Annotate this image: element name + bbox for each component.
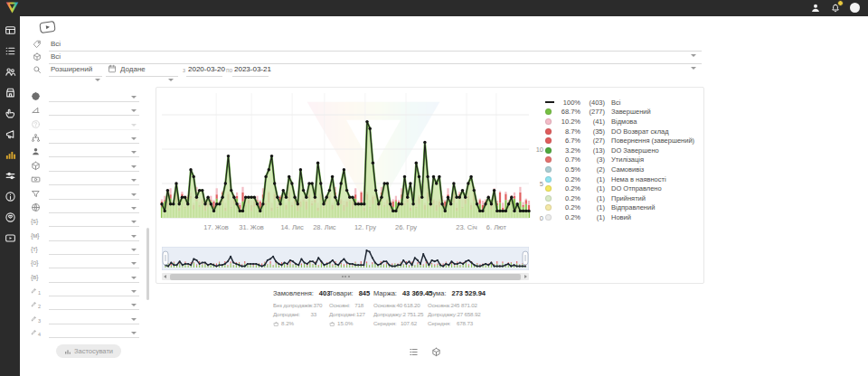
filter-select-brace-m[interactable]: [49, 230, 139, 241]
user-icon[interactable]: [810, 3, 821, 14]
legend-item[interactable]: 0.7%(3)Утилізація: [545, 155, 701, 165]
legend-item[interactable]: 8.7%(35)DO Возврат склад: [545, 127, 701, 136]
legend-percent: 68.7%: [557, 108, 580, 116]
sidebar-scrollbar[interactable]: [146, 228, 149, 300]
video-tutorial-icon[interactable]: [39, 21, 56, 33]
filter-select-brace-v[interactable]: [49, 271, 139, 283]
legend-item[interactable]: 0.2%(1)Прийнятий: [545, 193, 701, 203]
date-field-select[interactable]: Додане: [120, 65, 146, 73]
scrollbar-thumb[interactable]: [170, 274, 521, 280]
list-icon[interactable]: [409, 347, 419, 357]
app-logo-icon[interactable]: [5, 2, 19, 14]
sidebar-item-announcements[interactable]: [5, 128, 16, 140]
filter-select-hierarchy[interactable]: [49, 132, 139, 144]
legend-dot-swatch: [545, 108, 557, 115]
scroll-right-arrow-icon[interactable]: [524, 275, 527, 278]
avatar[interactable]: [850, 3, 861, 14]
chart-navigator[interactable]: [162, 247, 529, 270]
filter-select-brace-o[interactable]: [49, 257, 139, 268]
filter-select-custom-field-4[interactable]: [49, 326, 139, 338]
date-from-underline: [186, 76, 222, 77]
legend-dot-swatch: [545, 176, 557, 183]
legend-item[interactable]: 6.7%(27)Повернення (завершений): [545, 136, 701, 146]
legend-item[interactable]: 68.7%(277)Завершений: [545, 108, 701, 118]
filter-select-trend[interactable]: [49, 104, 139, 116]
status-filter-select[interactable]: Всі: [51, 40, 61, 48]
legend-item[interactable]: 100%(403)Всі: [545, 98, 701, 108]
status-filter-underline: [49, 51, 702, 52]
sidebar-item-store[interactable]: [5, 87, 16, 99]
sidebar-item-orders[interactable]: [5, 45, 16, 57]
filter-select-person[interactable]: [49, 146, 139, 157]
filter-select-globe-filled[interactable]: [49, 90, 139, 102]
analytics-icon: [5, 149, 16, 161]
package-icon: [31, 161, 41, 171]
legend-label: Новий: [611, 213, 631, 221]
svg-text:10: 10: [536, 146, 543, 154]
filter-select-funnel[interactable]: [49, 188, 139, 200]
legend-item[interactable]: 0.2%(1)Відправлений: [545, 203, 701, 213]
sidebar-item-support[interactable]: [5, 212, 16, 223]
sidebar-item-info[interactable]: [5, 191, 16, 202]
chevron-down-icon[interactable]: [168, 69, 174, 85]
chevron-down-icon[interactable]: [95, 69, 100, 85]
stat-col-4: Сума:273 529.94Основна:245 871.02Допрода…: [428, 289, 473, 328]
legend-item[interactable]: 10.2%(41)Відмова: [545, 117, 701, 127]
search-mode-select[interactable]: Розширений: [51, 65, 92, 73]
sidebar-item-sales[interactable]: [5, 108, 16, 119]
calendar-icon[interactable]: [108, 64, 117, 73]
legend-label: Завершений: [611, 108, 651, 116]
filter-select-custom-field-1[interactable]: [49, 285, 139, 296]
orders-icon: [5, 45, 16, 57]
stat-value: 845: [359, 289, 371, 297]
search-icon[interactable]: [33, 65, 42, 74]
chevron-down-icon[interactable]: [691, 57, 696, 73]
legend-item[interactable]: 3.2%(13)DO Завершено: [545, 146, 701, 155]
legend-item[interactable]: 0.2%(1)DO Отправлено: [545, 183, 701, 193]
svg-text:14. Лис: 14. Лис: [280, 223, 304, 231]
notifications-bell-icon[interactable]: [830, 3, 841, 14]
brace-v-icon: {в}: [31, 272, 41, 282]
sidebar-item-settings[interactable]: [5, 170, 16, 182]
filter-select-money[interactable]: [49, 174, 139, 185]
filter-select-brace-s[interactable]: [49, 215, 139, 227]
legend-label: Повернення (завершений): [611, 136, 694, 145]
navigator-handle-right[interactable]: [523, 251, 528, 265]
filter-select-custom-field-2[interactable]: [49, 298, 139, 310]
legend-dot-swatch: [545, 147, 557, 154]
filter-select-help[interactable]: [49, 118, 139, 130]
filter-select-package[interactable]: [49, 160, 139, 172]
legend-label: DO Завершено: [611, 146, 659, 155]
custom-field-3-icon: 3: [31, 314, 41, 324]
date-to-input[interactable]: 2023-03-21: [234, 65, 271, 73]
legend-label: Нема в наявності: [611, 175, 666, 183]
sidebar-item-dashboard[interactable]: [5, 24, 16, 36]
filter-row-help: [20, 118, 146, 131]
navigator-handle-left[interactable]: [163, 251, 168, 265]
filter-select-brace-t[interactable]: [49, 243, 139, 255]
apply-button[interactable]: Застосувати: [56, 344, 121, 358]
custom-field-4-icon: 4: [31, 327, 41, 337]
stat-value: 273 529.94: [452, 289, 486, 297]
filter-select-custom-field-3[interactable]: [49, 313, 139, 324]
sidebar-item-users[interactable]: [5, 66, 16, 78]
stat-subrow: Середня:678.73: [428, 319, 473, 328]
chart-scrollbar[interactable]: [162, 273, 529, 280]
globe-filled-icon: [31, 91, 41, 101]
package-icon[interactable]: [431, 347, 441, 357]
filter-select-globe[interactable]: [49, 202, 139, 213]
legend-item[interactable]: 0.2%(1)Нема в наявності: [545, 174, 701, 184]
legend-item[interactable]: 0.2%(1)Новий: [545, 212, 701, 222]
scroll-left-arrow-icon[interactable]: [164, 275, 166, 278]
legend-dot-swatch: [545, 214, 557, 221]
chart-icon: [64, 348, 71, 355]
product-filter-select[interactable]: Всі: [51, 52, 61, 61]
legend-dot-swatch: [545, 204, 557, 211]
legend-percent: 0.2%: [557, 203, 580, 212]
sidebar-item-video[interactable]: [5, 232, 16, 244]
legend-count: (403): [580, 99, 605, 107]
sidebar-item-analytics[interactable]: [5, 149, 16, 161]
date-from-input[interactable]: 2020-03-20: [188, 65, 225, 73]
legend-item[interactable]: 0.5%(2)Самовивіз: [545, 164, 701, 174]
legend-count: (1): [580, 175, 605, 183]
